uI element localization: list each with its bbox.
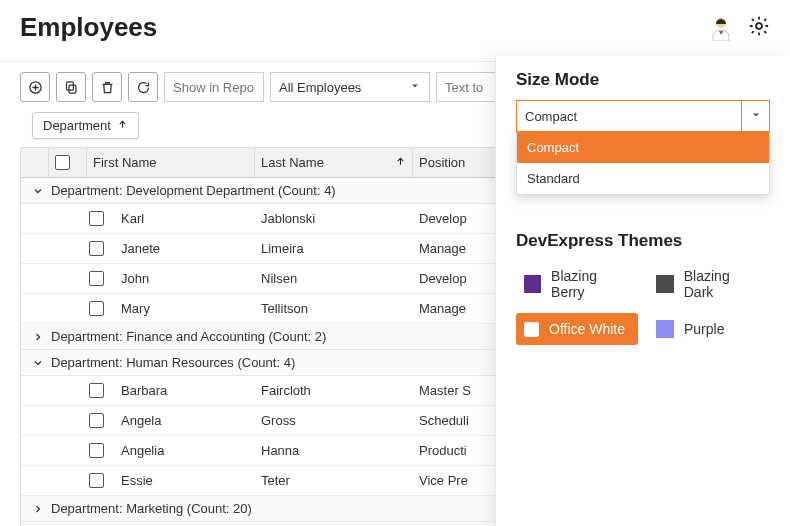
row-indent: [21, 268, 49, 289]
cell-first-name: Essie: [115, 470, 255, 491]
page-title: Employees: [20, 12, 157, 43]
svg-point-1: [756, 23, 762, 29]
cell-last-name: Tellitson: [255, 298, 413, 319]
cell-last-name: Teter: [255, 470, 413, 491]
column-last-name[interactable]: Last Name: [255, 148, 413, 177]
theme-swatch: [656, 275, 674, 293]
checkbox[interactable]: [89, 211, 104, 226]
checkbox[interactable]: [89, 301, 104, 316]
row-indent: [21, 208, 49, 229]
chevron-down-icon[interactable]: [27, 357, 49, 369]
column-select-all[interactable]: [49, 148, 87, 177]
group-label: Department: Marketing (Count: 20): [49, 501, 252, 516]
arrow-up-icon: [395, 155, 406, 170]
theme-option[interactable]: Blazing Berry: [516, 261, 638, 307]
row-checkbox-cell[interactable]: [77, 268, 115, 289]
themes-grid: Blazing BerryBlazing DarkOffice WhitePur…: [516, 261, 770, 345]
settings-panel: Size Mode Compact CompactStandard DevExp…: [495, 56, 790, 526]
row-indent: [49, 208, 77, 229]
theme-option[interactable]: Office White: [516, 313, 638, 345]
checkbox[interactable]: [89, 413, 104, 428]
checkbox[interactable]: [89, 473, 104, 488]
cell-first-name: Mary: [115, 298, 255, 319]
row-checkbox-cell[interactable]: [77, 470, 115, 491]
search-input[interactable]: [436, 72, 496, 102]
theme-label: Blazing Berry: [551, 268, 630, 300]
column-label: First Name: [93, 155, 157, 170]
theme-swatch: [524, 275, 541, 293]
employee-filter-select[interactable]: All Employees: [270, 72, 430, 102]
checkbox[interactable]: [89, 241, 104, 256]
size-mode-select[interactable]: Compact: [516, 100, 770, 132]
row-indent: [21, 298, 49, 319]
size-mode-toggle[interactable]: [741, 101, 769, 131]
chevron-down-icon: [750, 109, 762, 124]
cell-first-name: Janete: [115, 238, 255, 259]
group-label: Department: Development Department (Coun…: [49, 183, 336, 198]
size-mode-option[interactable]: Compact: [517, 132, 769, 163]
chevron-down-icon: [409, 80, 421, 95]
row-checkbox-cell[interactable]: [77, 298, 115, 319]
group-label: Department: Finance and Accounting (Coun…: [49, 329, 326, 344]
row-indent: [21, 380, 49, 401]
row-indent: [21, 440, 49, 461]
row-indent: [21, 238, 49, 259]
row-checkbox-cell[interactable]: [77, 238, 115, 259]
row-indent: [21, 410, 49, 431]
avatar[interactable]: [708, 15, 734, 41]
size-mode-title: Size Mode: [516, 70, 770, 90]
row-indent: [49, 470, 77, 491]
size-mode-value: Compact: [525, 109, 577, 124]
theme-label: Office White: [549, 321, 625, 337]
theme-label: Purple: [684, 321, 724, 337]
row-indent: [49, 380, 77, 401]
group-label: Department: Human Resources (Count: 4): [49, 355, 295, 370]
theme-option[interactable]: Purple: [648, 313, 770, 345]
copy-button[interactable]: [56, 72, 86, 102]
page-header: Employees: [0, 0, 790, 62]
cell-last-name: Limeira: [255, 238, 413, 259]
column-first-name[interactable]: First Name: [87, 148, 255, 177]
row-indent: [49, 238, 77, 259]
column-label: Position: [419, 155, 465, 170]
cell-first-name: Angela: [115, 410, 255, 431]
checkbox[interactable]: [55, 155, 70, 170]
row-indent: [49, 440, 77, 461]
themes-title: DevExpress Themes: [516, 231, 770, 251]
cell-last-name: Faircloth: [255, 380, 413, 401]
cell-first-name: Karl: [115, 208, 255, 229]
chevron-right-icon[interactable]: [27, 331, 49, 343]
checkbox[interactable]: [89, 383, 104, 398]
size-mode-option[interactable]: Standard: [517, 163, 769, 194]
column-label: Last Name: [261, 155, 324, 170]
cell-last-name: Nilsen: [255, 268, 413, 289]
refresh-button[interactable]: [128, 72, 158, 102]
checkbox[interactable]: [89, 271, 104, 286]
delete-button[interactable]: [92, 72, 122, 102]
show-in-report-input[interactable]: [164, 72, 264, 102]
theme-label: Blazing Dark: [684, 268, 762, 300]
group-chip-department[interactable]: Department: [32, 112, 139, 139]
chevron-right-icon[interactable]: [27, 503, 49, 515]
column-expander: [21, 148, 49, 177]
row-checkbox-cell[interactable]: [77, 410, 115, 431]
svg-rect-4: [66, 81, 73, 89]
chevron-down-icon[interactable]: [27, 185, 49, 197]
gear-icon[interactable]: [748, 15, 770, 40]
row-checkbox-cell[interactable]: [77, 208, 115, 229]
row-checkbox-cell[interactable]: [77, 440, 115, 461]
row-indent: [49, 268, 77, 289]
theme-swatch: [656, 320, 674, 338]
cell-last-name: Jablonski: [255, 208, 413, 229]
theme-option[interactable]: Blazing Dark: [648, 261, 770, 307]
group-chip-label: Department: [43, 118, 111, 133]
add-button[interactable]: [20, 72, 50, 102]
row-checkbox-cell[interactable]: [77, 380, 115, 401]
employee-filter-value: All Employees: [279, 80, 361, 95]
row-indent: [49, 410, 77, 431]
cell-first-name: Angelia: [115, 440, 255, 461]
checkbox[interactable]: [89, 443, 104, 458]
cell-last-name: Gross: [255, 410, 413, 431]
row-indent: [21, 470, 49, 491]
cell-last-name: Hanna: [255, 440, 413, 461]
